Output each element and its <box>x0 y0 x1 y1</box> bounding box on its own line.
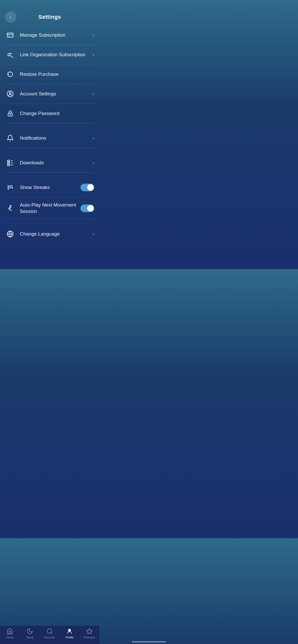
menu-item-manage-subscription[interactable]: Manage Subscription › <box>5 25 94 45</box>
menu-item-notifications[interactable]: Notifications › <box>5 128 94 148</box>
page-title: Settings <box>38 14 61 20</box>
show-streaks-toggle[interactable] <box>80 184 94 191</box>
menu-section-preferences: Show Streaks Auto-Play Next Movement Ses… <box>0 178 99 219</box>
menu-section-language: Change Language › <box>0 224 99 244</box>
link-organization-label: Link Organization Subscription <box>20 52 93 58</box>
notifications-label: Notifications <box>20 135 93 141</box>
svg-line-20 <box>12 188 13 189</box>
downloads-label: Downloads <box>20 160 93 166</box>
person-walk-icon <box>5 203 15 213</box>
download-icon <box>5 158 15 168</box>
chevron-right-icon: › <box>93 33 94 38</box>
header: ‹ Settings <box>0 11 99 25</box>
menu-item-restore-purchase[interactable]: Restore Purchase <box>5 65 94 84</box>
restore-icon <box>5 69 15 79</box>
menu-item-auto-play[interactable]: Auto-Play Next Movement Session <box>5 197 94 219</box>
svg-point-8 <box>9 92 11 94</box>
back-button[interactable]: ‹ <box>5 11 16 23</box>
account-settings-label: Account Settings <box>20 91 93 97</box>
key-search-icon <box>5 50 15 60</box>
menu-item-account-settings[interactable]: Account Settings › <box>5 84 94 104</box>
svg-line-4 <box>10 56 13 58</box>
toggle-knob <box>87 205 94 212</box>
status-bar <box>0 0 99 11</box>
menu-item-change-password[interactable]: Change Password <box>5 104 94 123</box>
show-streaks-label: Show Streaks <box>20 184 80 191</box>
toggle-knob <box>87 184 94 191</box>
back-arrow-icon: ‹ <box>10 14 11 20</box>
svg-point-10 <box>10 114 10 115</box>
lock-icon <box>5 108 15 119</box>
chevron-right-icon: › <box>93 160 94 166</box>
svg-point-22 <box>10 205 11 207</box>
menu-item-change-language[interactable]: Change Language › <box>5 224 94 244</box>
content-area: Manage Subscription › Link Organization … <box>0 25 99 269</box>
menu-section-subscription: Manage Subscription › Link Organization … <box>0 25 99 123</box>
svg-line-6 <box>11 53 12 54</box>
auto-play-label: Auto-Play Next Movement Session <box>20 202 80 214</box>
change-language-label: Change Language <box>20 231 93 237</box>
menu-item-downloads[interactable]: Downloads › <box>5 153 94 172</box>
menu-section-downloads: Downloads › <box>0 153 99 172</box>
bell-icon <box>5 133 15 143</box>
svg-rect-11 <box>8 160 10 162</box>
auto-play-toggle[interactable] <box>80 204 94 212</box>
svg-line-23 <box>11 210 12 211</box>
restore-purchase-label: Restore Purchase <box>20 71 94 78</box>
menu-item-show-streaks[interactable]: Show Streaks <box>5 178 94 197</box>
chevron-right-icon: › <box>93 136 94 141</box>
menu-item-link-organization[interactable]: Link Organization Subscription › <box>5 45 94 65</box>
credit-card-icon <box>5 30 15 40</box>
chevron-right-icon: › <box>93 52 94 57</box>
change-password-label: Change Password <box>20 110 94 117</box>
svg-rect-13 <box>8 164 10 166</box>
svg-rect-0 <box>7 33 13 37</box>
svg-rect-12 <box>8 162 10 164</box>
streaks-icon <box>5 182 15 193</box>
menu-section-notifications: Notifications › <box>0 128 99 148</box>
user-circle-icon <box>5 89 15 99</box>
globe-icon <box>5 229 15 239</box>
svg-point-19 <box>10 185 12 188</box>
chevron-right-icon: › <box>93 91 94 97</box>
manage-subscription-label: Manage Subscription <box>20 32 93 38</box>
chevron-right-icon: › <box>93 231 94 237</box>
